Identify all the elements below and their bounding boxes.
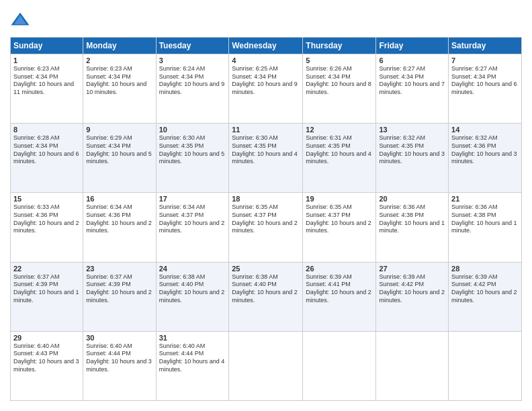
weekday-header-sunday: Sunday	[11, 38, 83, 54]
calendar-cell: 29Sunrise: 6:40 AMSunset: 4:43 PMDayligh…	[11, 331, 83, 400]
day-info: Sunrise: 6:30 AMSunset: 4:35 PMDaylight:…	[159, 134, 226, 166]
calendar-cell: 31Sunrise: 6:40 AMSunset: 4:44 PMDayligh…	[156, 331, 229, 400]
calendar-cell: 26Sunrise: 6:39 AMSunset: 4:41 PMDayligh…	[303, 262, 376, 331]
day-number: 6	[379, 56, 445, 64]
calendar-cell: 14Sunrise: 6:32 AMSunset: 4:36 PMDayligh…	[449, 124, 522, 193]
day-number: 7	[451, 56, 519, 64]
day-number: 25	[232, 265, 300, 273]
calendar-header-row: SundayMondayTuesdayWednesdayThursdayFrid…	[11, 38, 522, 54]
calendar-cell: 12Sunrise: 6:31 AMSunset: 4:35 PMDayligh…	[303, 124, 376, 193]
day-number: 11	[232, 126, 300, 134]
day-info: Sunrise: 6:35 AMSunset: 4:37 PMDaylight:…	[232, 203, 300, 235]
calendar-cell: 6Sunrise: 6:27 AMSunset: 4:34 PMDaylight…	[376, 54, 449, 124]
day-info: Sunrise: 6:34 AMSunset: 4:36 PMDaylight:…	[86, 203, 152, 235]
day-info: Sunrise: 6:29 AMSunset: 4:34 PMDaylight:…	[86, 134, 152, 166]
calendar-cell: 27Sunrise: 6:39 AMSunset: 4:42 PMDayligh…	[376, 262, 449, 331]
day-number: 24	[159, 265, 226, 273]
day-info: Sunrise: 6:36 AMSunset: 4:38 PMDaylight:…	[451, 203, 519, 235]
calendar-cell: 22Sunrise: 6:37 AMSunset: 4:39 PMDayligh…	[11, 262, 83, 331]
calendar-cell	[229, 331, 303, 400]
weekday-header-thursday: Thursday	[303, 38, 376, 54]
day-info: Sunrise: 6:33 AMSunset: 4:36 PMDaylight:…	[13, 203, 80, 235]
calendar-cell: 24Sunrise: 6:38 AMSunset: 4:40 PMDayligh…	[156, 262, 229, 331]
calendar-cell: 18Sunrise: 6:35 AMSunset: 4:37 PMDayligh…	[229, 193, 303, 262]
day-info: Sunrise: 6:38 AMSunset: 4:40 PMDaylight:…	[159, 273, 226, 305]
day-number: 15	[13, 195, 80, 203]
day-number: 2	[86, 56, 152, 64]
calendar-cell: 3Sunrise: 6:24 AMSunset: 4:34 PMDaylight…	[156, 54, 229, 124]
calendar-cell: 21Sunrise: 6:36 AMSunset: 4:38 PMDayligh…	[449, 193, 522, 262]
day-info: Sunrise: 6:31 AMSunset: 4:35 PMDaylight:…	[306, 134, 373, 166]
day-info: Sunrise: 6:28 AMSunset: 4:34 PMDaylight:…	[13, 134, 80, 166]
calendar-cell: 25Sunrise: 6:38 AMSunset: 4:40 PMDayligh…	[229, 262, 303, 331]
day-number: 21	[451, 195, 519, 203]
day-info: Sunrise: 6:35 AMSunset: 4:37 PMDaylight:…	[306, 203, 373, 235]
calendar-cell: 7Sunrise: 6:27 AMSunset: 4:34 PMDaylight…	[449, 54, 522, 124]
day-number: 9	[86, 126, 152, 134]
calendar-cell: 20Sunrise: 6:36 AMSunset: 4:38 PMDayligh…	[376, 193, 449, 262]
calendar-cell: 30Sunrise: 6:40 AMSunset: 4:44 PMDayligh…	[83, 331, 156, 400]
calendar-week-1: 1Sunrise: 6:23 AMSunset: 4:34 PMDaylight…	[11, 54, 522, 124]
day-number: 18	[232, 195, 300, 203]
day-info: Sunrise: 6:26 AMSunset: 4:34 PMDaylight:…	[306, 65, 373, 97]
calendar-week-4: 22Sunrise: 6:37 AMSunset: 4:39 PMDayligh…	[11, 262, 522, 331]
day-info: Sunrise: 6:23 AMSunset: 4:34 PMDaylight:…	[13, 65, 80, 97]
logo-icon	[10, 10, 30, 30]
calendar-cell: 15Sunrise: 6:33 AMSunset: 4:36 PMDayligh…	[11, 193, 83, 262]
calendar-cell: 9Sunrise: 6:29 AMSunset: 4:34 PMDaylight…	[83, 124, 156, 193]
calendar-cell	[303, 331, 376, 400]
day-info: Sunrise: 6:40 AMSunset: 4:44 PMDaylight:…	[159, 342, 226, 374]
calendar-table: SundayMondayTuesdayWednesdayThursdayFrid…	[10, 37, 522, 401]
weekday-header-friday: Friday	[376, 38, 449, 54]
day-info: Sunrise: 6:23 AMSunset: 4:34 PMDaylight:…	[86, 65, 152, 97]
day-info: Sunrise: 6:37 AMSunset: 4:39 PMDaylight:…	[13, 273, 80, 305]
day-number: 4	[232, 56, 300, 64]
calendar-cell: 8Sunrise: 6:28 AMSunset: 4:34 PMDaylight…	[11, 124, 83, 193]
day-number: 3	[159, 56, 226, 64]
day-number: 23	[86, 265, 152, 273]
logo	[10, 10, 33, 30]
day-number: 26	[306, 265, 373, 273]
day-number: 13	[379, 126, 445, 134]
day-number: 27	[379, 265, 445, 273]
calendar-cell: 17Sunrise: 6:34 AMSunset: 4:37 PMDayligh…	[156, 193, 229, 262]
calendar-cell	[449, 331, 522, 400]
day-number: 5	[306, 56, 373, 64]
day-number: 17	[159, 195, 226, 203]
day-number: 20	[379, 195, 445, 203]
day-info: Sunrise: 6:32 AMSunset: 4:35 PMDaylight:…	[379, 134, 445, 166]
weekday-header-monday: Monday	[83, 38, 156, 54]
day-info: Sunrise: 6:37 AMSunset: 4:39 PMDaylight:…	[86, 273, 152, 305]
day-info: Sunrise: 6:39 AMSunset: 4:41 PMDaylight:…	[306, 273, 373, 305]
day-number: 22	[13, 265, 80, 273]
day-info: Sunrise: 6:39 AMSunset: 4:42 PMDaylight:…	[451, 273, 519, 305]
day-number: 8	[13, 126, 80, 134]
weekday-header-wednesday: Wednesday	[229, 38, 303, 54]
calendar-cell: 23Sunrise: 6:37 AMSunset: 4:39 PMDayligh…	[83, 262, 156, 331]
day-number: 16	[86, 195, 152, 203]
header	[10, 10, 522, 30]
calendar-week-2: 8Sunrise: 6:28 AMSunset: 4:34 PMDaylight…	[11, 124, 522, 193]
calendar-cell: 10Sunrise: 6:30 AMSunset: 4:35 PMDayligh…	[156, 124, 229, 193]
calendar-cell: 13Sunrise: 6:32 AMSunset: 4:35 PMDayligh…	[376, 124, 449, 193]
day-number: 31	[159, 334, 226, 342]
day-number: 30	[86, 334, 152, 342]
day-info: Sunrise: 6:40 AMSunset: 4:43 PMDaylight:…	[13, 342, 80, 374]
day-number: 10	[159, 126, 226, 134]
calendar-cell: 11Sunrise: 6:30 AMSunset: 4:35 PMDayligh…	[229, 124, 303, 193]
day-number: 19	[306, 195, 373, 203]
day-info: Sunrise: 6:39 AMSunset: 4:42 PMDaylight:…	[379, 273, 445, 305]
day-info: Sunrise: 6:27 AMSunset: 4:34 PMDaylight:…	[379, 65, 445, 97]
day-number: 14	[451, 126, 519, 134]
day-number: 28	[451, 265, 519, 273]
day-info: Sunrise: 6:32 AMSunset: 4:36 PMDaylight:…	[451, 134, 519, 166]
day-info: Sunrise: 6:24 AMSunset: 4:34 PMDaylight:…	[159, 65, 226, 97]
day-number: 29	[13, 334, 80, 342]
day-info: Sunrise: 6:36 AMSunset: 4:38 PMDaylight:…	[379, 203, 445, 235]
calendar-cell: 1Sunrise: 6:23 AMSunset: 4:34 PMDaylight…	[11, 54, 83, 124]
day-number: 1	[13, 56, 80, 64]
calendar-cell: 16Sunrise: 6:34 AMSunset: 4:36 PMDayligh…	[83, 193, 156, 262]
calendar-week-3: 15Sunrise: 6:33 AMSunset: 4:36 PMDayligh…	[11, 193, 522, 262]
day-number: 12	[306, 126, 373, 134]
calendar-cell: 2Sunrise: 6:23 AMSunset: 4:34 PMDaylight…	[83, 54, 156, 124]
